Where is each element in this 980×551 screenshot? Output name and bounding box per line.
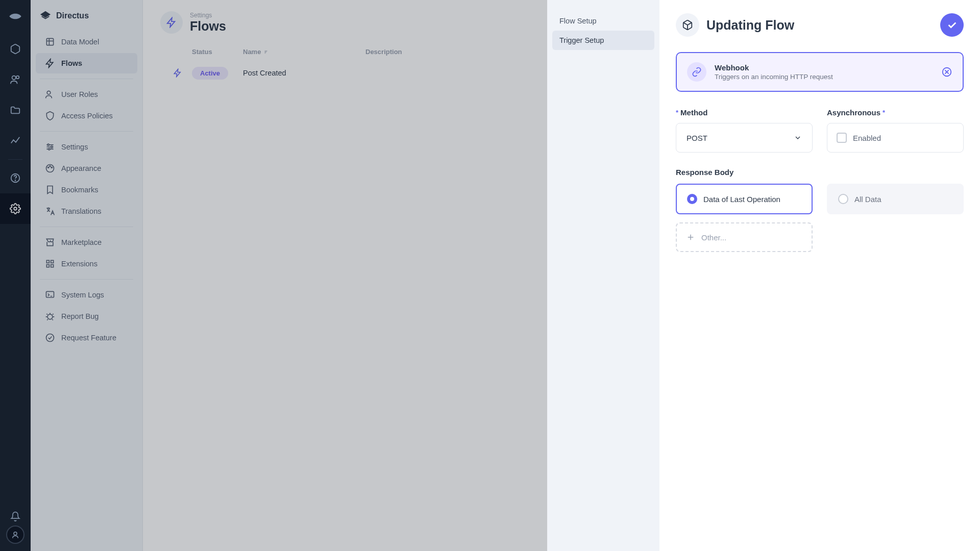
trigger-name: Webhook	[715, 63, 833, 72]
plus-icon	[686, 233, 695, 242]
async-checkbox[interactable]: Enabled	[827, 123, 964, 153]
async-label: Asynchronous*	[827, 108, 964, 117]
confirm-button[interactable]	[940, 13, 964, 37]
chevron-down-icon	[794, 134, 802, 142]
radio-icon	[687, 194, 697, 204]
trigger-card[interactable]: Webhook Triggers on an incoming HTTP req…	[676, 52, 964, 92]
clear-trigger-button[interactable]	[941, 66, 952, 78]
response-option-label: All Data	[854, 195, 881, 204]
radio-icon	[838, 194, 848, 204]
link-icon	[687, 62, 706, 82]
drawer: Flow Setup Trigger Setup Updating Flow W…	[547, 0, 980, 551]
trigger-description: Triggers on an incoming HTTP request	[715, 73, 833, 81]
drawer-body: Updating Flow Webhook Triggers on an inc…	[659, 0, 980, 551]
async-checkbox-label: Enabled	[853, 134, 881, 142]
method-select[interactable]: POST	[676, 123, 813, 153]
response-option-last[interactable]: Data of Last Operation	[676, 184, 813, 214]
drawer-nav-flow-setup[interactable]: Flow Setup	[552, 11, 654, 31]
modal-overlay[interactable]	[0, 0, 547, 551]
drawer-header: Updating Flow	[676, 13, 964, 37]
drawer-title: Updating Flow	[706, 18, 794, 33]
response-option-all[interactable]: All Data	[827, 184, 964, 214]
method-label: *Method	[676, 108, 813, 117]
response-option-label: Data of Last Operation	[703, 195, 780, 204]
cube-icon	[676, 13, 699, 37]
drawer-nav-trigger-setup[interactable]: Trigger Setup	[552, 31, 654, 50]
drawer-nav: Flow Setup Trigger Setup	[547, 0, 659, 551]
other-placeholder: Other...	[701, 233, 726, 242]
response-body-label: Response Body	[676, 168, 964, 177]
method-value: POST	[687, 134, 707, 142]
checkbox-icon	[837, 133, 847, 143]
response-option-other[interactable]: Other...	[676, 222, 813, 252]
